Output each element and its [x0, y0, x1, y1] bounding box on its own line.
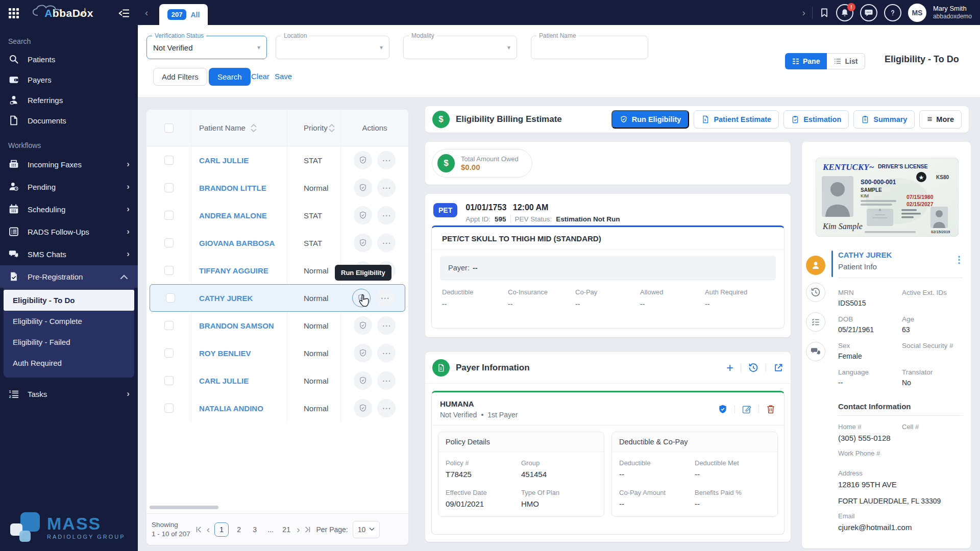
sidebar-item-rads-follow-ups[interactable]: RADS Follow-Ups ›: [0, 220, 138, 243]
more-button[interactable]: ≡ More: [919, 110, 962, 129]
sort-icon[interactable]: [329, 123, 335, 133]
active-worklist-tab[interactable]: 207 All: [159, 4, 208, 25]
sidebar-item-pre-registration[interactable]: Pre-Registration: [0, 265, 138, 288]
add-filters-button[interactable]: Add Filters: [153, 68, 207, 86]
delete-payer-button[interactable]: [766, 404, 776, 414]
patient-name-link[interactable]: BRANDON LITTLE: [199, 184, 266, 192]
save-link[interactable]: Save: [275, 72, 292, 81]
tabs-scroll-left-icon[interactable]: ‹: [145, 7, 148, 18]
row-more-button[interactable]: ⋯: [377, 206, 396, 224]
sidebar-item-pending[interactable]: Pending ›: [0, 176, 138, 198]
last-page-button[interactable]: [304, 526, 311, 533]
table-row[interactable]: ANDREA MALONE STAT ⋯: [146, 202, 408, 229]
estimation-button[interactable]: Estimation: [783, 110, 849, 129]
row-more-button[interactable]: ⋯: [377, 316, 396, 335]
sidebar-item-patients[interactable]: Patients: [0, 49, 138, 69]
history-tab[interactable]: [806, 283, 825, 302]
sms-messages-button[interactable]: [860, 4, 877, 21]
row-checkbox[interactable]: [164, 321, 174, 330]
edit-payer-button[interactable]: [742, 404, 752, 414]
column-priority[interactable]: Priority: [304, 123, 328, 132]
row-checkbox[interactable]: [164, 211, 174, 220]
row-more-button[interactable]: ⋯: [376, 289, 394, 307]
first-page-button[interactable]: [195, 526, 202, 533]
sidebar-subitem-eligibility-to-do[interactable]: Eligibility - To Do: [4, 290, 134, 311]
row-checkbox[interactable]: [164, 183, 174, 192]
open-external-button[interactable]: [773, 363, 783, 373]
summary-button[interactable]: Summary: [853, 110, 915, 129]
prev-page-button[interactable]: ‹: [207, 524, 210, 535]
horizontal-scrollbar[interactable]: [150, 506, 218, 509]
row-more-button[interactable]: ⋯: [377, 399, 396, 417]
sort-icon[interactable]: [251, 123, 257, 133]
table-row[interactable]: BRANDON SAMSON Normal ⋯: [146, 312, 408, 339]
patient-estimate-button[interactable]: $ Patient Estimate: [694, 110, 779, 129]
patient-name-link[interactable]: ROY BENLIEV: [199, 349, 251, 358]
table-row[interactable]: ROY BENLIEV Normal ⋯: [146, 339, 408, 367]
patient-name-link[interactable]: TIFFANY AGGUIRE: [199, 266, 268, 275]
sidebar-item-payers[interactable]: Payers: [0, 69, 138, 90]
sidebar-item-scheduling[interactable]: Scheduling ›: [0, 198, 138, 220]
checklist-tab[interactable]: [806, 312, 825, 332]
row-more-button[interactable]: ⋯: [377, 371, 396, 390]
row-checkbox[interactable]: [164, 348, 174, 358]
clear-link[interactable]: Clear: [251, 72, 270, 81]
table-row[interactable]: CARL JULLIE Normal ⋯: [146, 367, 408, 394]
table-row[interactable]: CARL JULLIE STAT ⋯: [146, 146, 408, 174]
sidebar-item-documents[interactable]: Documents: [0, 110, 138, 131]
row-checkbox[interactable]: [164, 238, 174, 247]
patient-name-link[interactable]: CATHY JUREK: [838, 251, 892, 259]
patient-name-link[interactable]: BRANDON SAMSON: [199, 321, 274, 330]
verification-status-select[interactable]: Verification Status Not Verified ▾: [146, 36, 267, 59]
run-eligibility-row-button[interactable]: [354, 371, 372, 390]
search-button[interactable]: Search: [209, 68, 251, 86]
run-eligibility-row-button[interactable]: [354, 316, 372, 335]
view-pane-button[interactable]: Pane: [785, 53, 827, 69]
run-eligibility-row-button[interactable]: [354, 234, 372, 252]
sidebar-item-tasks[interactable]: 12 Tasks ›: [0, 383, 138, 405]
patient-name-link[interactable]: GIOVANA BARBOSA: [199, 239, 275, 247]
sidebar-subitem-eligibility-failed[interactable]: Eligibility - Failed: [4, 332, 134, 353]
row-checkbox[interactable]: [166, 293, 175, 303]
modality-select[interactable]: Modality ▾: [403, 36, 517, 59]
row-checkbox[interactable]: [164, 156, 174, 165]
page-button[interactable]: 2: [233, 525, 244, 534]
patient-name-input[interactable]: Patient Name: [531, 36, 648, 59]
column-patient-name[interactable]: Patient Name: [199, 123, 246, 132]
sidebar-subitem-eligibility-complete[interactable]: Eligibility - Complete: [4, 311, 134, 332]
row-checkbox[interactable]: [164, 376, 174, 385]
help-button[interactable]: [884, 4, 901, 21]
tab-all-label[interactable]: All: [190, 11, 200, 19]
tabs-scroll-right-icon[interactable]: ›: [802, 7, 805, 18]
user-avatar[interactable]: MS: [908, 4, 926, 22]
add-payer-button[interactable]: +: [726, 362, 733, 374]
table-row[interactable]: BRANDON LITTLE Normal ⋯: [146, 174, 408, 202]
run-eligibility-button[interactable]: Run Eligibility: [611, 110, 690, 129]
next-page-button[interactable]: ›: [297, 524, 300, 535]
row-checkbox[interactable]: [164, 404, 174, 413]
view-list-button[interactable]: List: [827, 53, 865, 69]
bookmark-icon[interactable]: [819, 8, 829, 18]
select-all-checkbox[interactable]: [164, 123, 174, 133]
table-row[interactable]: GIOVANA BARBOSA STAT ⋯: [146, 229, 408, 257]
row-more-button[interactable]: ⋯: [377, 234, 396, 252]
patient-name-link[interactable]: CARL JULLIE: [199, 156, 249, 165]
row-more-button[interactable]: ⋯: [377, 151, 396, 169]
sidebar-item-sms-chats[interactable]: SMS Chats ›: [0, 243, 138, 265]
sidebar-item-incoming-faxes[interactable]: Incoming Faxes ›: [0, 153, 138, 176]
per-page-select[interactable]: 10: [353, 521, 380, 538]
run-eligibility-row-button[interactable]: [354, 206, 372, 224]
notifications-button[interactable]: !: [836, 4, 853, 21]
patient-name-link[interactable]: CATHY JUREK: [199, 294, 253, 303]
patient-name-link[interactable]: CARL JULLIE: [199, 377, 249, 385]
page-button-last[interactable]: 21: [281, 525, 292, 534]
verify-payer-button[interactable]: [718, 404, 728, 414]
sidebar-subitem-auth-required[interactable]: Auth Required: [4, 353, 134, 373]
run-eligibility-row-button[interactable]: [354, 151, 372, 169]
run-eligibility-row-button[interactable]: [354, 344, 372, 362]
drivers-license-image[interactable]: KENTUCKY~ DRIVER'S LICENSE KS80 ★ S00-00…: [816, 158, 959, 237]
run-eligibility-row-button[interactable]: [354, 179, 372, 197]
apps-grid-icon[interactable]: [8, 8, 19, 19]
collapse-sidebar-icon[interactable]: [118, 8, 130, 19]
payer-history-button[interactable]: [748, 363, 758, 373]
